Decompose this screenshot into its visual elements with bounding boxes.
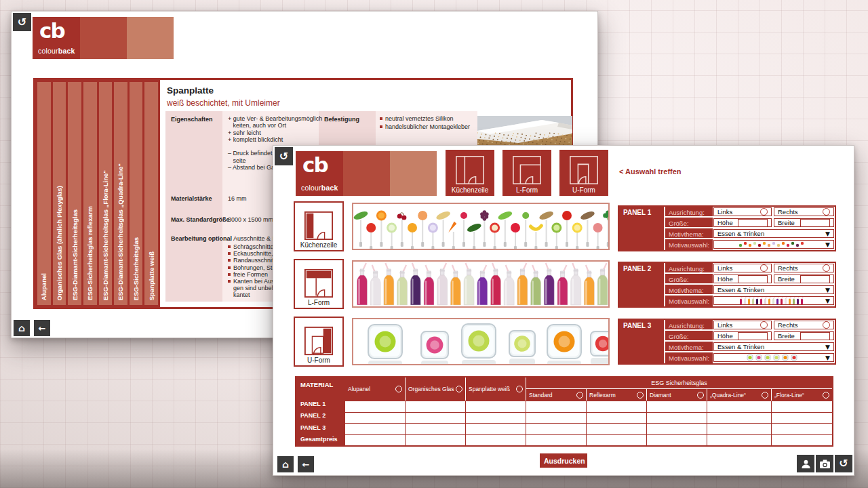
sidebar-tab[interactable]: Organisches Glas (ähnlich Plexyglas) <box>53 82 66 305</box>
screenshot-button[interactable] <box>816 455 833 472</box>
material-table-cell[interactable] <box>587 401 646 412</box>
material-column-header[interactable]: Organisches Glas <box>406 378 465 401</box>
material-table-cell[interactable] <box>345 424 405 434</box>
sidebar-tab[interactable]: Spanplatte weiß <box>144 82 158 305</box>
material-table-cell[interactable] <box>707 413 771 424</box>
radio-icon[interactable] <box>456 386 462 392</box>
form-select-kueche[interactable]: Küchenzeile <box>294 201 344 251</box>
material-table-cell[interactable] <box>406 413 465 424</box>
material-table-cell[interactable] <box>772 424 832 434</box>
form-select-lform[interactable]: L-Form <box>294 259 344 309</box>
radio-rechts-option[interactable]: Rechts <box>774 264 834 272</box>
material-table-cell[interactable] <box>587 413 646 424</box>
hoehe-input[interactable] <box>738 275 768 283</box>
sidebar-tab[interactable]: ESG-Diamant-Sicherheitsglas <box>68 82 81 305</box>
form-button-lform[interactable]: L-Form <box>502 150 551 196</box>
material-table-cell[interactable] <box>345 401 405 412</box>
material-column-header[interactable]: „Quadra-Line“ <box>707 389 771 401</box>
material-column-header[interactable]: Spanplatte weiß <box>466 378 526 401</box>
material-table-cell[interactable] <box>587 424 646 434</box>
sidebar-tab[interactable]: ESG-Sicherheitsglas <box>130 82 143 305</box>
account-button[interactable] <box>797 455 814 472</box>
material-table-cell[interactable] <box>526 413 586 424</box>
material-table-cell[interactable] <box>526 435 586 446</box>
motivthema-select[interactable]: Essen & Trinken▼ <box>713 285 834 294</box>
radio-icon[interactable] <box>395 386 402 392</box>
material-table-cell[interactable] <box>772 401 832 412</box>
rotate-reset-button[interactable]: ↺ <box>835 455 852 472</box>
print-button[interactable]: Ausdrucken <box>540 453 587 468</box>
motivauswahl-select[interactable]: ▼ <box>713 353 834 362</box>
sidebar-tab[interactable]: ESG-Diamant-Sicherheitsglas „Quadra-Line… <box>114 82 127 305</box>
material-table-cell[interactable] <box>406 401 465 412</box>
breite-input[interactable] <box>800 332 830 340</box>
back-button[interactable]: ← <box>34 320 50 336</box>
material-table-cell[interactable] <box>707 401 771 412</box>
material-table-cell[interactable] <box>707 435 771 446</box>
material-table-cell[interactable] <box>466 401 526 412</box>
material-table-cell[interactable] <box>345 413 405 424</box>
material-table-cell[interactable] <box>466 435 526 446</box>
radio-icon[interactable] <box>576 392 583 399</box>
material-table-cell[interactable] <box>526 401 586 412</box>
material-column-header[interactable]: „Flora-Line“ <box>772 389 832 401</box>
radio-icon[interactable] <box>760 321 768 329</box>
material-table-cell[interactable] <box>526 424 586 434</box>
material-column-header[interactable]: Reflexarm <box>587 389 646 401</box>
radio-icon[interactable] <box>637 392 644 399</box>
home-button[interactable]: ⌂ <box>277 456 294 472</box>
home-button[interactable]: ⌂ <box>14 320 30 336</box>
radio-links-option[interactable]: Links <box>713 321 772 329</box>
hoehe-input[interactable] <box>738 332 768 340</box>
radio-icon[interactable] <box>823 392 829 399</box>
material-table-cell[interactable] <box>587 435 646 446</box>
motivauswahl-select[interactable]: ▼ <box>713 296 834 305</box>
rotate-reset-button[interactable]: ↺ <box>275 147 293 165</box>
material-table-cell[interactable] <box>466 413 526 424</box>
radio-icon[interactable] <box>760 208 768 216</box>
breite-input[interactable] <box>800 275 830 283</box>
motivthema-select[interactable]: Essen & Trinken▼ <box>713 342 834 351</box>
material-table-cell[interactable] <box>772 435 832 446</box>
material-table-cell[interactable] <box>345 435 405 446</box>
divider <box>665 216 713 218</box>
material-table-cell[interactable] <box>772 413 832 424</box>
material-table-cell[interactable] <box>406 424 465 434</box>
rotate-reset-button[interactable]: ↺ <box>13 13 31 31</box>
motivthema-select[interactable]: Essen & Trinken▼ <box>713 229 834 238</box>
radio-icon[interactable] <box>697 392 704 399</box>
material-table-cell[interactable] <box>466 424 526 434</box>
divider <box>665 329 713 331</box>
back-button[interactable]: ← <box>298 456 314 472</box>
form-button-uform[interactable]: U-Form <box>559 150 608 196</box>
material-table-cell[interactable] <box>647 424 707 434</box>
radio-icon[interactable] <box>823 208 830 216</box>
material-table-cell[interactable] <box>647 413 707 424</box>
form-button-kueche[interactable]: Küchenzeile <box>446 150 494 196</box>
radio-links-option[interactable]: Links <box>713 207 772 216</box>
back-to-selection-link[interactable]: < Auswahl treffen <box>619 167 682 176</box>
material-table-cell[interactable] <box>707 424 771 434</box>
home-icon: ⌂ <box>18 323 25 333</box>
radio-icon[interactable] <box>823 321 830 329</box>
material-table-cell[interactable] <box>647 435 707 446</box>
breite-input[interactable] <box>800 219 830 227</box>
motivauswahl-select[interactable]: ▼ <box>713 240 834 249</box>
radio-icon[interactable] <box>516 386 523 392</box>
material-table-cell[interactable] <box>406 435 465 446</box>
material-column-header[interactable]: Standard <box>526 389 586 401</box>
material-table-cell[interactable] <box>647 401 707 412</box>
form-select-uform[interactable]: U-Form <box>294 317 344 367</box>
material-column-header[interactable]: Alupanel <box>345 378 405 401</box>
sidebar-tab[interactable]: ESG-Diamant-Sicherheitsglas „Flora-Line“ <box>99 82 113 305</box>
radio-icon[interactable] <box>760 264 768 272</box>
radio-rechts-option[interactable]: Rechts <box>774 321 834 329</box>
radio-icon[interactable] <box>762 392 768 399</box>
material-column-header[interactable]: Diamant <box>647 389 707 401</box>
radio-links-option[interactable]: Links <box>713 264 772 272</box>
sidebar-tab[interactable]: Alupanel <box>37 82 51 305</box>
radio-rechts-option[interactable]: Rechts <box>774 207 834 216</box>
radio-icon[interactable] <box>823 264 830 272</box>
hoehe-input[interactable] <box>738 219 768 227</box>
sidebar-tab[interactable]: ESG-Sicherheitsglas reflexarm <box>83 82 97 305</box>
